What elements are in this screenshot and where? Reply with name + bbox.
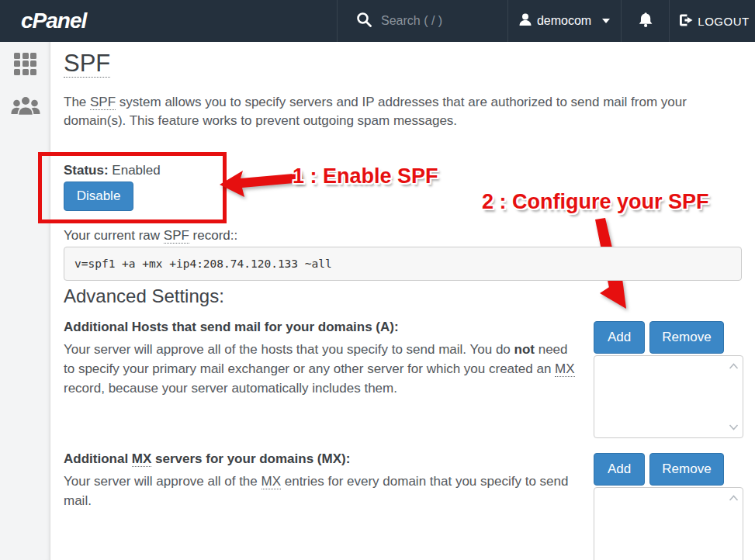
page-title: SPF	[64, 50, 110, 78]
spf-record-value: v=spf1 +a +mx +ip4:208.74.120.133 ~all	[74, 258, 332, 270]
search-icon	[356, 12, 372, 30]
user-group-icon	[11, 95, 40, 119]
logout-label: LOGOUT	[698, 15, 749, 28]
cpanel-logo[interactable]: cPanel	[21, 9, 86, 33]
section-a-buttons: Add Remove	[594, 321, 724, 354]
section-mx-heading: Additional MX servers for your domains (…	[64, 451, 350, 467]
annotation-step1: 1 : Enable SPF	[293, 164, 438, 188]
annotation-step2: 2 : Configure your SPF	[482, 190, 709, 214]
spf-record-box: v=spf1 +a +mx +ip4:208.74.120.133 ~all	[64, 247, 742, 281]
record-label: Your current raw SPF record::	[64, 228, 237, 244]
status-line: Status: Enabled	[64, 163, 161, 178]
logo-area: cPanel	[0, 0, 337, 42]
add-mx-button[interactable]: Add	[594, 453, 645, 486]
user-menu[interactable]: democom	[507, 0, 621, 42]
top-bar: cPanel democom LOGOUT	[0, 0, 755, 42]
scroll-down-icon[interactable]	[729, 424, 739, 430]
scroll-up-icon[interactable]	[729, 363, 739, 369]
scroll-up-icon[interactable]	[729, 495, 739, 501]
notifications-button[interactable]	[621, 0, 669, 42]
status-value: Enabled	[112, 163, 160, 178]
username-label: democom	[537, 14, 591, 28]
remove-mx-button[interactable]: Remove	[649, 453, 724, 486]
sidebar-item-apps[interactable]	[0, 42, 50, 85]
chevron-down-icon	[602, 19, 610, 23]
section-mx-buttons: Add Remove	[594, 453, 724, 486]
section-a-heading: Additional Hosts that send mail for your…	[64, 320, 399, 335]
remove-host-button[interactable]: Remove	[649, 321, 724, 354]
section-mx-description: Your server will approve all of the MX e…	[64, 472, 577, 510]
add-host-button[interactable]: Add	[594, 321, 645, 354]
bell-icon	[637, 12, 654, 31]
header-search	[337, 0, 507, 42]
advanced-settings-heading: Advanced Settings:	[64, 285, 224, 307]
intro-paragraph: The SPF system allows you to specify ser…	[64, 93, 742, 130]
disable-button[interactable]: Disable	[64, 181, 133, 211]
logout-icon	[680, 14, 693, 29]
status-label: Status:	[64, 163, 109, 178]
grid-apps-icon	[14, 53, 36, 75]
section-a-description: Your server will approve all of the host…	[64, 340, 577, 398]
main-content: SPF The SPF system allows you to specify…	[50, 42, 755, 560]
additional-mx-listbox[interactable]	[594, 487, 743, 560]
search-input[interactable]	[381, 14, 490, 28]
user-icon	[519, 13, 532, 29]
sidebar-item-user-manager[interactable]	[0, 85, 50, 129]
left-sidebar	[0, 42, 50, 560]
additional-hosts-listbox[interactable]	[594, 355, 743, 438]
logout-button[interactable]: LOGOUT	[669, 0, 755, 42]
